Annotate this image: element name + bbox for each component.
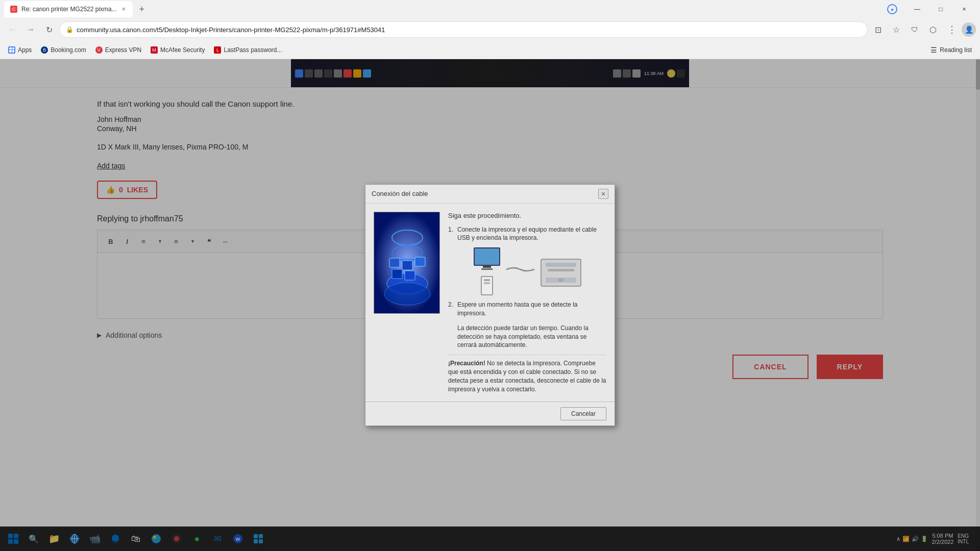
lastpass-favicon: L <box>214 46 221 54</box>
bookmark-booking[interactable]: B Booking.com <box>37 44 90 56</box>
expressvpn-favicon: V <box>95 46 103 54</box>
apps-favicon <box>8 46 15 54</box>
bookmark-expressvpn[interactable]: V Express VPN <box>91 44 145 56</box>
close-button[interactable]: × <box>952 0 976 18</box>
step2-detail: La detección puede tardar un tiempo. Cua… <box>457 324 606 349</box>
computer-printer-illustration <box>448 248 606 294</box>
svg-rect-7 <box>402 261 412 270</box>
svg-rect-9 <box>392 269 402 279</box>
printer-icon <box>541 259 581 287</box>
cable <box>506 259 534 280</box>
modal-step-intro: Siga este procedimiento. <box>448 212 606 219</box>
svg-point-5 <box>384 283 430 305</box>
step2-text: Espere un momento hasta que se detecte l… <box>457 300 606 318</box>
modal-step2: 2. Espere un momento hasta que se detect… <box>448 300 606 318</box>
bookmarks-right: ☰ Reading list <box>926 44 976 56</box>
bookmark-button[interactable]: ☆ <box>888 21 904 38</box>
address-text: community.usa.canon.com/t5/Desktop-Inkje… <box>77 26 861 34</box>
bookmark-mcafee-label: McAfee Security <box>160 46 205 54</box>
modal-cancel-button[interactable]: Cancelar <box>560 407 606 420</box>
tab-favicon: C <box>10 6 17 13</box>
browser-window: C Re: canon printer MG2522 pixma... × + … <box>0 0 980 551</box>
computer-unit <box>474 247 500 295</box>
modal-warning: ¡Precaución! No se detecta la impresora.… <box>448 359 606 393</box>
modal-footer: Cancelar <box>365 402 615 425</box>
tower-icon <box>481 276 493 295</box>
page-content: 11:38 AM If that isn't working you shoul… <box>0 59 980 551</box>
modal-title: Conexión del cable <box>372 190 428 197</box>
bookmark-mcafee[interactable]: M McAfee Security <box>146 44 209 56</box>
modal-image <box>374 212 440 314</box>
step1-text: Conecte la impresora y el equipo mediant… <box>457 226 606 243</box>
navigation-bar: ← → ↻ 🔒 community.usa.canon.com/t5/Deskt… <box>0 18 980 41</box>
back-button[interactable]: ← <box>4 21 20 38</box>
shield-button[interactable]: 🛡 <box>906 21 923 38</box>
browser-tab[interactable]: C Re: canon printer MG2522 pixma... × <box>4 1 133 17</box>
mcafee-favicon: M <box>151 46 158 54</box>
bookmark-lastpass-label: LastPass password... <box>224 46 282 54</box>
window-controls: ● — □ × <box>887 0 976 18</box>
modal-body: Siga este procedimiento. 1. Conecte la i… <box>365 204 615 402</box>
minimize-button[interactable]: — <box>905 0 929 18</box>
bookmark-apps[interactable]: Apps <box>4 44 36 56</box>
maximize-button[interactable]: □ <box>929 0 952 18</box>
reading-list-icon: ☰ <box>930 46 937 54</box>
nav-right-buttons: ⊡ ☆ 🛡 ⬡ ⋮ 👤 <box>870 21 976 38</box>
forward-button[interactable]: → <box>22 21 39 38</box>
bookmark-apps-label: Apps <box>18 46 32 54</box>
modal-overlay: Conexión del cable × <box>0 59 980 551</box>
bookmark-booking-label: Booking.com <box>51 46 86 54</box>
modal-close-button[interactable]: × <box>598 189 608 199</box>
modal-step1: 1. Conecte la impresora y el equipo medi… <box>448 226 606 243</box>
reading-list-label: Reading list <box>940 46 972 54</box>
chrome-icon: ● <box>887 4 897 14</box>
svg-rect-6 <box>389 258 400 267</box>
booking-favicon: B <box>41 46 48 54</box>
new-tab-button[interactable]: + <box>135 2 149 16</box>
step1-number: 1. <box>448 226 453 234</box>
reading-list-button[interactable]: ☰ Reading list <box>926 44 976 56</box>
cast-button[interactable]: ⊡ <box>870 21 886 38</box>
svg-rect-10 <box>405 271 415 280</box>
monitor-icon <box>474 247 500 266</box>
tab-title: Re: canon printer MG2522 pixma... <box>21 6 117 13</box>
svg-rect-8 <box>415 257 425 266</box>
bookmark-lastpass[interactable]: L LastPass password... <box>210 44 286 56</box>
reload-button[interactable]: ↻ <box>41 21 57 38</box>
warning-prefix: ¡Precaución! <box>448 360 487 367</box>
modal-instructions: Siga este procedimiento. 1. Conecte la i… <box>448 212 606 394</box>
title-bar: C Re: canon printer MG2522 pixma... × + … <box>0 0 980 18</box>
profile-avatar[interactable]: 👤 <box>962 22 976 37</box>
lock-icon: 🔒 <box>66 26 74 33</box>
bookmark-expressvpn-label: Express VPN <box>105 46 141 54</box>
more-button[interactable]: ⋮ <box>943 21 960 38</box>
modal-title-bar: Conexión del cable × <box>365 185 615 204</box>
extensions-button[interactable]: ⬡ <box>925 21 941 38</box>
address-bar[interactable]: 🔒 community.usa.canon.com/t5/Desktop-Ink… <box>59 21 868 38</box>
modal-dialog: Conexión del cable × <box>365 184 615 427</box>
bookmarks-bar: Apps B Booking.com V Express VPN M McAfe… <box>0 41 980 59</box>
tab-close-icon[interactable]: × <box>121 5 127 14</box>
step2-number: 2. <box>448 300 453 309</box>
